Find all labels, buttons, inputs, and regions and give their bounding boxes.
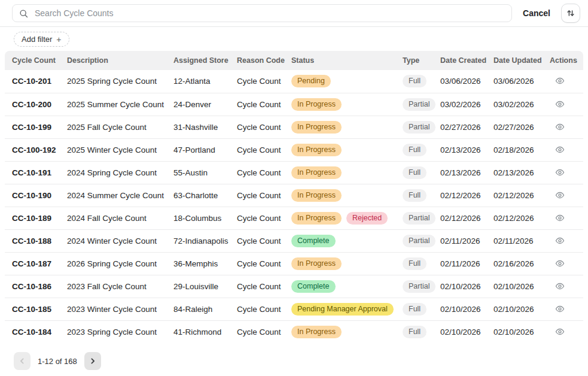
cell-description: 2024 Summer Cycle Count (67, 184, 173, 207)
cell-date-created: 03/06/2026 (440, 70, 493, 93)
cell-date-updated: 02/11/2026 (493, 229, 550, 252)
eye-icon (555, 167, 565, 178)
status-badge: Complete (291, 280, 336, 293)
cell-description: 2025 Spring Cycle Count (67, 70, 173, 93)
table-row[interactable]: CC-10-188 2024 Winter Cycle Count 72-Ind… (5, 229, 583, 252)
cell-actions (550, 298, 583, 320)
view-button[interactable] (553, 211, 566, 225)
table-row[interactable]: CC-10-185 2023 Winter Cycle Count 84-Ral… (5, 298, 583, 320)
chevron-right-icon (89, 357, 97, 365)
status-badge: In Progress (291, 189, 342, 202)
cell-date-created: 02/10/2026 (440, 275, 493, 298)
view-button[interactable] (553, 98, 566, 111)
cell-type: Full (403, 184, 440, 207)
status-badge: In Progress (291, 121, 342, 134)
cell-actions (550, 275, 583, 298)
view-button[interactable] (553, 120, 566, 134)
type-badge: Full (403, 75, 426, 87)
table-row[interactable]: CC-10-186 2023 Fall Cycle Count 29-Louis… (5, 275, 583, 298)
cell-date-created: 02/12/2026 (440, 207, 493, 229)
table-row[interactable]: CC-10-189 2024 Fall Cycle Count 18-Colum… (5, 207, 583, 229)
search-input[interactable] (33, 8, 505, 19)
cell-date-created: 02/13/2026 (440, 138, 493, 161)
cell-type: Partial (403, 116, 440, 138)
eye-icon (555, 213, 565, 223)
cell-assigned-store: 29-Louisville (173, 275, 237, 298)
cell-cycle-count: CC-10-187 (5, 252, 67, 275)
cell-date-updated: 02/16/2026 (493, 252, 550, 275)
cell-cycle-count: CC-100-192 (5, 138, 67, 161)
column-header-type: Type (403, 51, 440, 70)
add-filter-button[interactable]: Add filter + (14, 32, 69, 47)
plus-icon: + (56, 35, 61, 44)
chevron-left-icon (18, 357, 26, 365)
cell-reason-code: Cycle Count (237, 93, 291, 116)
eye-icon (555, 122, 565, 132)
type-badge: Partial (403, 121, 435, 134)
view-button[interactable] (553, 143, 566, 156)
cell-type: Full (403, 252, 440, 275)
cell-description: 2025 Winter Cycle Count (67, 138, 173, 161)
view-button[interactable] (553, 189, 566, 202)
cell-date-updated: 03/06/2026 (493, 70, 550, 93)
view-button[interactable] (553, 325, 566, 338)
view-button[interactable] (553, 166, 566, 179)
column-header-status: Status (291, 51, 403, 70)
cancel-button[interactable]: Cancel (523, 8, 550, 18)
cell-actions (550, 207, 583, 229)
cell-cycle-count: CC-10-186 (5, 275, 67, 298)
search-bar: Cancel (0, 0, 588, 27)
cell-reason-code: Cycle Count (237, 184, 291, 207)
column-header-description: Description (67, 51, 173, 70)
table-row[interactable]: CC-10-191 2024 Spring Cycle Count 55-Aus… (5, 161, 583, 184)
cell-date-updated: 02/18/2026 (493, 138, 550, 161)
cell-cycle-count: CC-10-185 (5, 298, 67, 320)
cell-actions (550, 93, 583, 116)
eye-icon (555, 281, 565, 292)
cell-assigned-store: 12-Atlanta (173, 70, 237, 93)
type-badge: Full (403, 326, 426, 338)
cell-assigned-store: 72-Indianapolis (173, 229, 237, 252)
view-button[interactable] (553, 302, 566, 316)
status-badge: Pending (291, 75, 331, 87)
cell-date-created: 03/02/2026 (440, 93, 493, 116)
table-header-row: Cycle CountDescriptionAssigned StoreReas… (5, 51, 583, 70)
type-badge: Full (403, 303, 426, 316)
view-button[interactable] (553, 234, 566, 247)
table-row[interactable]: CC-10-200 2025 Summer Cycle Count 24-Den… (5, 93, 583, 116)
eye-icon (555, 75, 565, 86)
cell-description: 2025 Summer Cycle Count (67, 93, 173, 116)
prev-page-button[interactable] (14, 352, 31, 370)
table-row[interactable]: CC-10-199 2025 Fall Cycle Count 31-Nashv… (5, 116, 583, 138)
cell-actions (550, 116, 583, 138)
cell-description: 2024 Spring Cycle Count (67, 161, 173, 184)
cell-cycle-count: CC-10-201 (5, 70, 67, 93)
cell-assigned-store: 18-Columbus (173, 207, 237, 229)
view-button[interactable] (553, 257, 566, 270)
cell-status: In Progress (291, 161, 403, 184)
cell-assigned-store: 55-Austin (173, 161, 237, 184)
cell-description: 2025 Fall Cycle Count (67, 116, 173, 138)
column-header-date-updated: Date Updated (493, 51, 550, 70)
table-row[interactable]: CC-10-187 2026 Spring Cycle Count 36-Mem… (5, 252, 583, 275)
table-row[interactable]: CC-100-192 2025 Winter Cycle Count 47-Po… (5, 138, 583, 161)
cell-type: Partial (403, 275, 440, 298)
view-button[interactable] (553, 74, 566, 87)
table-row[interactable]: CC-10-201 2025 Spring Cycle Count 12-Atl… (5, 70, 583, 93)
search-field[interactable] (12, 4, 512, 22)
cell-date-updated: 02/27/2026 (493, 116, 550, 138)
table-row[interactable]: CC-10-184 2023 Spring Cycle Count 41-Ric… (5, 320, 583, 343)
cell-actions (550, 184, 583, 207)
pagination-range: 1-12 of 168 (38, 357, 77, 366)
view-button[interactable] (553, 280, 566, 293)
cell-status: In Progress (291, 320, 403, 343)
table-row[interactable]: CC-10-190 2024 Summer Cycle Count 63-Cha… (5, 184, 583, 207)
status-badge: In Progress (291, 212, 342, 225)
cell-date-created: 02/27/2026 (440, 116, 493, 138)
next-page-button[interactable] (84, 352, 101, 370)
sort-button[interactable] (561, 4, 580, 23)
search-icon (19, 8, 29, 19)
cell-date-created: 02/10/2026 (440, 298, 493, 320)
cell-status: Pending Manager Approval (291, 298, 403, 320)
cell-reason-code: Cycle Count (237, 70, 291, 93)
